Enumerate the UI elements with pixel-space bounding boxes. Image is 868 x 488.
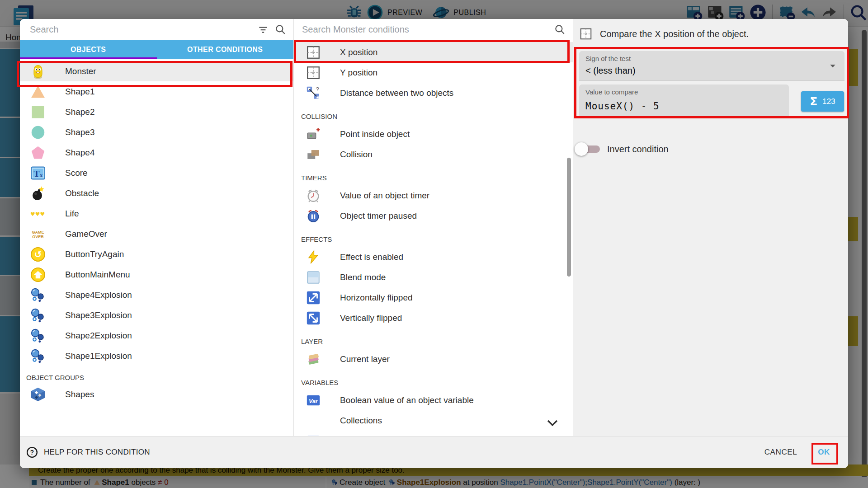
object-list: MonsterShape1Shape2Shape3Shape4TxScoreOb… (20, 59, 293, 404)
object-row-monster[interactable]: Monster (20, 61, 293, 81)
group-row-shapes[interactable]: Shapes (20, 384, 293, 404)
object-row-obstacle[interactable]: Obstacle (20, 183, 293, 203)
collision-icon (306, 147, 321, 162)
condition-row-x-position[interactable]: X position (294, 42, 573, 62)
object-label: Shape4 (65, 148, 95, 158)
flip-horizontal-icon (306, 290, 321, 305)
condition-row-effect-is-enabled[interactable]: Effect is enabled (294, 247, 573, 267)
object-row-shape2[interactable]: Shape2 (20, 102, 293, 122)
condition-label: Current layer (340, 354, 390, 364)
svg-text:OVER: OVER (32, 235, 44, 239)
position-icon (306, 65, 321, 80)
condition-section-timers: TIMERS (294, 164, 573, 185)
objects-search-input[interactable] (20, 24, 257, 35)
condition-label: Collision (340, 150, 373, 160)
active-tab-indicator (20, 57, 157, 59)
svg-text:♥♥♥: ♥♥♥ (30, 211, 45, 217)
condition-row-point-inside-object[interactable]: Point inside object (294, 124, 573, 144)
object-label: ButtonTryAgain (65, 249, 124, 259)
condition-row-blend-mode[interactable]: Blend mode (294, 267, 573, 287)
condition-row-vertically-flipped[interactable]: Vertically flipped (294, 308, 573, 328)
ok-button[interactable]: OK (818, 448, 830, 457)
invert-condition-label: Invert condition (607, 144, 669, 155)
text-object-icon: Tx (30, 165, 46, 181)
field-label: Sign of the test (585, 55, 631, 62)
chevron-down-icon (545, 415, 560, 431)
object-label: Shape1Explosion (65, 351, 132, 361)
object-label: Shape2Explosion (65, 331, 132, 341)
layer-icon (306, 352, 321, 367)
object-row-shape2explosion[interactable]: Shape2Explosion (20, 325, 293, 346)
circle-icon (30, 124, 46, 141)
tab-other-conditions[interactable]: OTHER CONDITIONS (157, 40, 294, 59)
square-icon (30, 104, 46, 120)
object-row-shape4explosion[interactable]: Shape4Explosion (20, 285, 293, 305)
condition-row-collections[interactable]: Collections (294, 410, 573, 431)
conditions-scrollbar[interactable] (567, 158, 571, 277)
filter-icon[interactable] (257, 23, 269, 35)
sign-of-test-select[interactable]: Sign of the test < (less than) (579, 51, 844, 80)
conditions-panel: X positionY position?Distance between tw… (293, 19, 573, 436)
group-icon (30, 386, 46, 403)
object-row-shape4[interactable]: Shape4 (20, 142, 293, 163)
object-label: Shape4Explosion (65, 290, 132, 300)
toggle-knob (575, 142, 588, 156)
help-button[interactable]: ? HELP FOR THIS CONDITION (26, 446, 150, 458)
condition-row-boolean-value-of-an-object-variable[interactable]: VarBoolean value of an object variable (294, 390, 573, 410)
blend-mode-icon (306, 270, 321, 285)
hearts-icon: ♥♥♥ (30, 206, 46, 222)
object-row-shape1[interactable]: Shape1 (20, 81, 293, 102)
object-label: Monster (65, 66, 96, 76)
expression-builder-button[interactable]: Σ 123 (801, 91, 844, 112)
main-menu-icon (30, 267, 46, 283)
svg-text:↺: ↺ (34, 249, 42, 259)
search-icon[interactable] (274, 23, 286, 35)
object-row-shape3[interactable]: Shape3 (20, 122, 293, 142)
object-groups-header: OBJECT GROUPS (20, 366, 293, 384)
condition-row-collision[interactable]: Collision (294, 144, 573, 164)
svg-text:Var: Var (309, 397, 318, 404)
object-label: Life (65, 209, 79, 219)
object-row-buttonmainmenu[interactable]: ButtonMainMenu (20, 264, 293, 285)
condition-label: Effect is enabled (340, 252, 403, 262)
object-label: Score (65, 168, 88, 178)
help-label: HELP FOR THIS CONDITION (44, 448, 150, 457)
condition-row-value-of-an-object-timer[interactable]: Value of an object timer (294, 185, 573, 206)
svg-text:x: x (40, 172, 42, 178)
condition-list: X positionY position?Distance between tw… (294, 40, 573, 451)
object-label: Shape3 (65, 127, 95, 137)
conditions-search-input[interactable] (294, 24, 554, 35)
objects-search-row (20, 19, 293, 40)
condition-row-current-layer[interactable]: Current layer (294, 349, 573, 369)
screen: PREVIEW PUBLISH Home (0, 0, 868, 488)
value-to-compare-input[interactable]: Value to compare MouseX() - 5 (579, 84, 789, 117)
condition-row-object-timer-paused[interactable]: Object timer paused (294, 206, 573, 226)
condition-label: Collections (340, 416, 382, 426)
numeric-badge: 123 (822, 97, 835, 106)
cancel-button[interactable]: CANCEL (764, 448, 797, 457)
object-label: Shape3Explosion (65, 310, 132, 320)
svg-text:GAME: GAME (32, 230, 44, 234)
object-label: Shape2 (65, 107, 95, 117)
invert-condition-toggle[interactable] (573, 141, 601, 157)
object-row-score[interactable]: TxScore (20, 163, 293, 183)
effect-icon (306, 249, 321, 265)
object-row-shape1explosion[interactable]: Shape1Explosion (20, 346, 293, 366)
particle-emitter-icon (30, 307, 46, 324)
condition-label: Point inside object (340, 129, 410, 139)
tab-objects[interactable]: OBJECTS (20, 40, 157, 59)
object-row-life[interactable]: ♥♥♥Life (20, 203, 293, 224)
objects-panel: OBJECTS OTHER CONDITIONS MonsterShape1Sh… (20, 19, 293, 436)
particle-emitter-icon (30, 287, 46, 303)
condition-row-horizontally-flipped[interactable]: Horizontally flipped (294, 287, 573, 308)
monster-icon (30, 63, 46, 80)
object-row-gameover[interactable]: GAMEOVERGameOver (20, 224, 293, 244)
condition-row-distance-between-two-objects[interactable]: ?Distance between two objects (294, 83, 573, 103)
object-row-buttontryagain[interactable]: ↺ButtonTryAgain (20, 244, 293, 264)
condition-label: Horizontally flipped (340, 293, 413, 303)
search-icon[interactable] (554, 23, 566, 35)
condition-section-effects: EFFECTS (294, 226, 573, 247)
bomb-icon (30, 185, 46, 202)
condition-row-y-position[interactable]: Y position (294, 62, 573, 83)
object-row-shape3explosion[interactable]: Shape3Explosion (20, 305, 293, 325)
